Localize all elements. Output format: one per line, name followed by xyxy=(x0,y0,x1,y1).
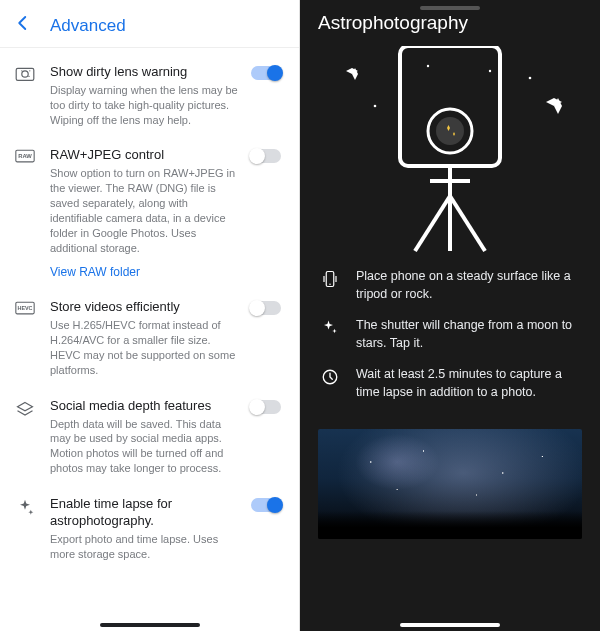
status-bar xyxy=(300,0,600,12)
tip-text: Wait at least 2.5 minutes to capture a t… xyxy=(342,366,582,401)
raw-icon: RAW xyxy=(14,149,36,163)
setting-description: Use H.265/HEVC format instead of H.264/A… xyxy=(50,318,241,377)
svg-point-12 xyxy=(489,70,491,72)
timer-icon xyxy=(318,368,342,401)
setting-astro-timelapse[interactable]: Enable time lapse for astrophotography. … xyxy=(0,486,299,571)
setting-title: Show dirty lens warning xyxy=(50,64,241,81)
nav-bar[interactable] xyxy=(400,623,500,627)
setting-description: Display warning when the lens may be too… xyxy=(50,83,241,128)
setting-raw-jpeg[interactable]: RAW RAW+JPEG control Show option to turn… xyxy=(0,137,299,289)
sparkle-icon xyxy=(14,498,36,518)
hevc-icon: HEVC xyxy=(14,301,36,315)
setting-description: Export photo and time lapse. Uses more s… xyxy=(50,532,241,562)
toggle-hevc[interactable] xyxy=(251,301,281,315)
setting-depth[interactable]: Social media depth features Depth data w… xyxy=(0,388,299,486)
toggle-depth[interactable] xyxy=(251,400,281,414)
settings-list: Show dirty lens warning Display warning … xyxy=(0,48,299,571)
dirty-lens-icon xyxy=(14,66,36,82)
view-raw-folder-link[interactable]: View RAW folder xyxy=(50,265,241,279)
toggle-dirty-lens[interactable] xyxy=(251,66,281,80)
svg-text:RAW: RAW xyxy=(18,154,32,160)
tripod-illustration xyxy=(320,46,580,256)
tip-row: Place phone on a steady surface like a t… xyxy=(318,268,582,303)
astro-preview-image xyxy=(318,429,582,539)
setting-dirty-lens[interactable]: Show dirty lens warning Display warning … xyxy=(0,54,299,137)
svg-point-15 xyxy=(436,117,464,145)
setting-description: Depth data will be saved. This data may … xyxy=(50,417,241,476)
toggle-raw-jpeg[interactable] xyxy=(251,149,281,163)
back-icon[interactable] xyxy=(14,14,32,37)
depth-icon xyxy=(14,400,36,420)
header: Advanced xyxy=(0,6,299,48)
setting-title: Enable time lapse for astrophotography. xyxy=(50,496,241,530)
tip-row: The shutter will change from a moon to s… xyxy=(318,317,582,352)
svg-line-18 xyxy=(450,196,485,251)
svg-point-9 xyxy=(374,105,377,108)
svg-point-1 xyxy=(22,71,28,77)
toggle-astro-timelapse[interactable] xyxy=(251,498,281,512)
setting-title: Store videos efficiently xyxy=(50,299,241,316)
svg-point-3 xyxy=(28,76,29,77)
svg-line-17 xyxy=(415,196,450,251)
settings-screen: Advanced Show dirty lens warning Display… xyxy=(0,0,300,631)
nav-bar[interactable] xyxy=(100,623,200,627)
svg-point-10 xyxy=(529,77,532,80)
svg-text:HEVC: HEVC xyxy=(17,306,32,312)
page-title: Advanced xyxy=(50,16,126,36)
phone-icon xyxy=(318,270,342,303)
setting-title: Social media depth features xyxy=(50,398,241,415)
tips-list: Place phone on a steady surface like a t… xyxy=(300,256,600,425)
svg-point-2 xyxy=(21,70,22,71)
setting-title: RAW+JPEG control xyxy=(50,147,241,164)
tip-text: The shutter will change from a moon to s… xyxy=(342,317,582,352)
svg-point-4 xyxy=(29,70,30,71)
astro-help-screen: Astrophotography xyxy=(300,0,600,631)
svg-point-11 xyxy=(427,65,429,67)
tip-row: Wait at least 2.5 minutes to capture a t… xyxy=(318,366,582,401)
setting-hevc[interactable]: HEVC Store videos efficiently Use H.265/… xyxy=(0,289,299,387)
svg-point-22 xyxy=(329,284,331,286)
sparkle-icon xyxy=(318,319,342,352)
tip-text: Place phone on a steady surface like a t… xyxy=(342,268,582,303)
setting-description: Show option to turn on RAW+JPEG in the v… xyxy=(50,166,241,255)
page-title: Astrophotography xyxy=(300,12,600,46)
svg-rect-13 xyxy=(400,46,500,166)
